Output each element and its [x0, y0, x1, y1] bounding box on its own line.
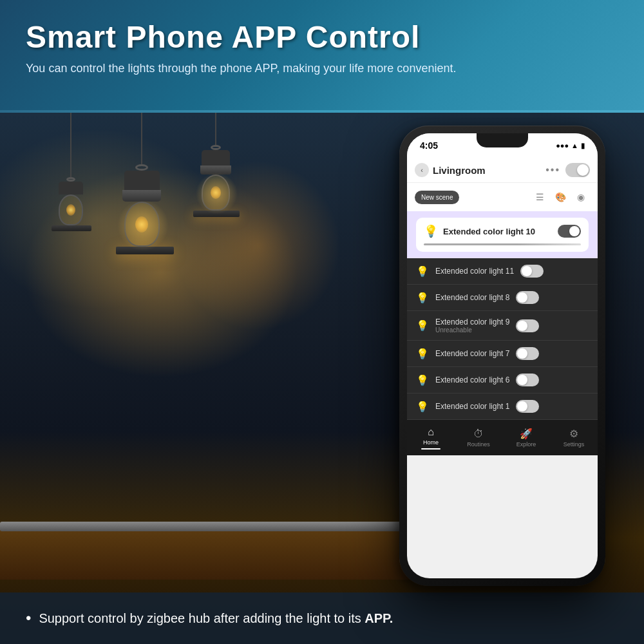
toggle-knob-2: [517, 321, 527, 331]
light-item-info-2: Extended color light 9 Unreachable: [435, 317, 509, 334]
light-toggle-5[interactable]: [516, 400, 539, 413]
lamp-shade-3: [52, 225, 91, 231]
brightness-bar[interactable]: [424, 243, 581, 245]
featured-light-name: 💡 Extended color light 10: [424, 224, 535, 238]
bulb-icon-0: 💡: [416, 265, 429, 278]
light-name-3: Extended color light 7: [435, 349, 509, 358]
light-list: 💡 Extended color light 11 💡 Extended col…: [407, 258, 598, 420]
light-toggle-3[interactable]: [516, 347, 539, 360]
light-name-2: Extended color light 9: [435, 317, 509, 327]
light-item-4[interactable]: 💡 Extended color light 6: [407, 367, 598, 393]
lamp-glow-1: [117, 200, 169, 251]
room-name: Livingroom: [433, 165, 486, 176]
light-item-info-4: Extended color light 6: [435, 375, 509, 384]
bulb-icon-2: 💡: [416, 319, 429, 332]
light-name-0: Extended color light 11: [435, 267, 514, 276]
lamp-ring-1: [135, 164, 148, 171]
featured-light-section: 💡 Extended color light 10: [407, 211, 598, 258]
featured-bulb-icon: 💡: [424, 224, 438, 238]
signal-icon: ●●●: [556, 142, 569, 149]
subtitle: You can control the lights through the p…: [26, 60, 618, 77]
light-sub-2: Unreachable: [435, 327, 509, 334]
featured-light-row: 💡 Extended color light 10: [424, 224, 581, 238]
bulb-icon-5: 💡: [416, 401, 429, 413]
bullet-point: •: [26, 609, 31, 627]
toggle-knob-4: [517, 375, 527, 385]
bulb-icon-4: 💡: [416, 374, 429, 386]
more-options-button[interactable]: •••: [545, 164, 560, 176]
nav-home[interactable]: ⌂ Home: [407, 423, 455, 453]
back-button[interactable]: ‹: [415, 163, 429, 177]
light-name-1: Extended color light 8: [435, 293, 509, 302]
battery-icon: ▮: [581, 142, 585, 150]
light-item-1[interactable]: 💡 Extended color light 8: [407, 285, 598, 311]
toggle-knob-1: [517, 292, 527, 303]
palette-icon[interactable]: 🎨: [551, 188, 569, 206]
light-item-info-0: Extended color light 11: [435, 267, 514, 276]
lamp-body-2: [202, 150, 230, 166]
light-toggle-0[interactable]: [520, 265, 544, 278]
routines-icon: ⏱: [473, 428, 484, 440]
featured-toggle-knob: [569, 226, 580, 236]
phone-outer-shell: 4:05 ●●● ▲ ▮ ‹ Livingroom •••: [399, 126, 605, 586]
app-bottom-nav: ⌂ Home ⏱ Routines 🚀 Explore ⚙ Settin: [407, 420, 598, 455]
app-header-right: •••: [545, 163, 590, 177]
status-icons: ●●● ▲ ▮: [556, 142, 585, 150]
light-item-0[interactable]: 💡 Extended color light 11: [407, 258, 598, 285]
bulb-icon-3: 💡: [416, 348, 429, 360]
new-scene-button[interactable]: New scene: [415, 191, 459, 204]
light-toggle-4[interactable]: [516, 374, 539, 386]
lamp-3: [52, 113, 90, 306]
lamp-wire-3: [70, 113, 71, 177]
settings-icon: ⚙: [569, 428, 578, 440]
light-item-info-1: Extended color light 8: [435, 293, 509, 302]
light-item-3[interactable]: 💡 Extended color light 7: [407, 341, 598, 367]
master-toggle-knob: [577, 164, 589, 176]
featured-light-card[interactable]: 💡 Extended color light 10: [416, 218, 589, 252]
nav-routines[interactable]: ⏱ Routines: [455, 425, 502, 451]
lamp-filament-3: [66, 204, 75, 216]
phone-notch: [477, 133, 528, 147]
bottom-note: • Support control by zigbee hub after ad…: [0, 592, 644, 644]
master-toggle[interactable]: [565, 163, 590, 177]
color-wheel-icon[interactable]: ◉: [572, 188, 590, 206]
lamp-cage-3: [59, 194, 83, 225]
featured-light-toggle[interactable]: [558, 225, 581, 238]
list-view-icon[interactable]: ☰: [531, 188, 549, 206]
wifi-icon: ▲: [571, 142, 578, 149]
light-toggle-1[interactable]: [516, 291, 539, 304]
lamp-body-3: [59, 182, 83, 194]
nav-routines-label: Routines: [467, 441, 490, 448]
lamp-body-1: [124, 171, 160, 190]
nav-explore[interactable]: 🚀 Explore: [502, 424, 550, 451]
bulb-icon-1: 💡: [416, 292, 429, 304]
app-toolbar: New scene ☰ 🎨 ◉: [407, 183, 598, 211]
nav-settings[interactable]: ⚙ Settings: [550, 424, 598, 451]
home-icon: ⌂: [428, 426, 434, 438]
app-header-left: ‹ Livingroom: [415, 163, 486, 177]
nav-explore-label: Explore: [516, 441, 536, 448]
lamp-1: [116, 113, 167, 293]
light-toggle-2[interactable]: [516, 319, 539, 332]
light-item-5[interactable]: 💡 Extended color light 1: [407, 393, 598, 420]
nav-settings-label: Settings: [564, 441, 585, 448]
phone-mockup: 4:05 ●●● ▲ ▮ ‹ Livingroom •••: [399, 126, 605, 586]
main-title: Smart Phone APP Control: [26, 19, 618, 55]
nav-home-label: Home: [423, 439, 439, 446]
light-item-2[interactable]: 💡 Extended color light 9 Unreachable: [407, 311, 598, 341]
lamp-glow-2: [196, 173, 238, 214]
nav-underline: [421, 448, 440, 450]
lamp-wire-1: [141, 113, 142, 164]
lamp-2: [193, 113, 238, 267]
content-area: 4:05 ●●● ▲ ▮ ‹ Livingroom •••: [0, 113, 644, 644]
lamp-cage-1: [124, 202, 160, 247]
status-time: 4:05: [420, 140, 438, 151]
lamp-wire-2: [215, 113, 216, 145]
toggle-knob-0: [522, 266, 532, 276]
lamp-ring-3: [66, 177, 75, 182]
toggle-knob-3: [517, 348, 527, 359]
lamp-cage-2: [202, 175, 230, 211]
light-item-info-3: Extended color light 7: [435, 349, 509, 358]
header-section: Smart Phone APP Control You can control …: [0, 0, 644, 113]
rail: [0, 522, 419, 531]
